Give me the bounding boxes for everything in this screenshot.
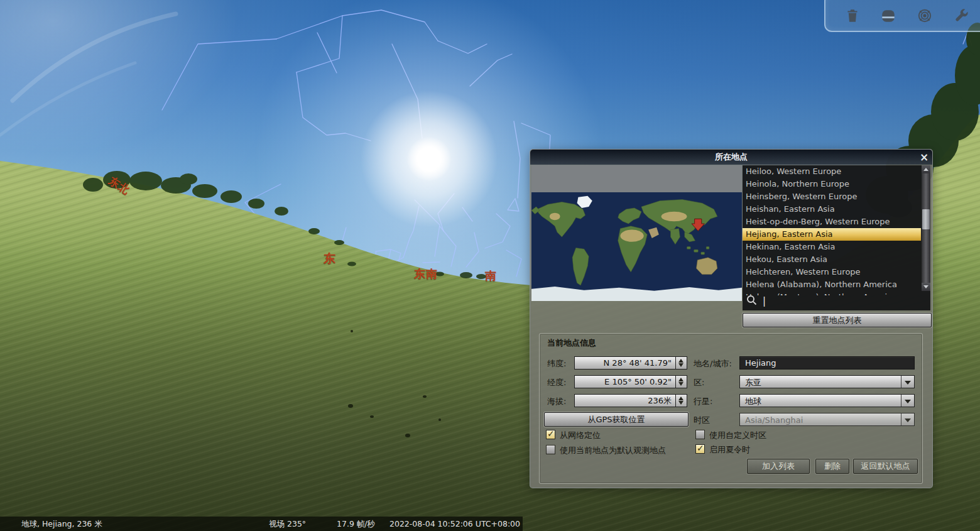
checkbox-checked-icon[interactable] xyxy=(546,430,555,439)
reset-list-button[interactable]: 重置地点列表 xyxy=(743,313,932,327)
text-caret: | xyxy=(763,295,766,307)
ground-icon[interactable] xyxy=(880,8,896,24)
location-list-panel: Heiloo, Western Europe Heinola, Northern… xyxy=(743,165,930,310)
timezone-label: 时区 xyxy=(694,415,710,426)
planet-label: 行星: xyxy=(694,396,712,407)
planet-dropdown[interactable]: 地球 xyxy=(739,394,915,407)
checkbox-label: 使用自定义时区 xyxy=(709,430,766,441)
altitude-label: 海拔: xyxy=(547,396,566,407)
status-datetime: 2022-08-04 10:52:06 UTC+08:00 xyxy=(389,519,520,528)
add-to-list-button[interactable]: 加入列表 xyxy=(747,459,810,474)
close-icon[interactable]: × xyxy=(918,151,930,163)
location-search-input[interactable]: | xyxy=(746,295,920,310)
chevron-down-icon xyxy=(901,376,914,388)
chevron-down-icon xyxy=(901,413,914,425)
list-item[interactable]: Helchteren, Western Europe xyxy=(743,266,921,278)
list-item[interactable]: Heinola, Northern Europe xyxy=(743,178,921,190)
timezone-value: Asia/Shanghai xyxy=(745,414,803,426)
checkbox-label: 使用当前地点为默认观测地点 xyxy=(560,445,666,456)
list-item[interactable]: Heinsberg, Western Europe xyxy=(743,190,921,203)
chevron-down-icon xyxy=(901,395,914,407)
location-dialog: 所在地点 × Heiloo, Western Europe xyxy=(530,149,933,488)
map-top-strip xyxy=(531,165,742,192)
scroll-down-icon[interactable] xyxy=(922,283,930,291)
list-item[interactable]: Heishan, Eastern Asia xyxy=(743,203,921,216)
status-fps: 17.9 帧/秒 xyxy=(337,519,375,530)
dialog-titlebar[interactable]: 所在地点 × xyxy=(530,150,932,165)
wrench-icon[interactable] xyxy=(953,8,969,24)
location-list: Heiloo, Western Europe Heinola, Northern… xyxy=(743,165,921,295)
longitude-spin-arrows-icon[interactable] xyxy=(676,375,687,388)
list-item[interactable]: Heist-op-den-Berg, Western Europe xyxy=(743,216,921,228)
latitude-label: 纬度: xyxy=(547,358,566,370)
longitude-value[interactable]: E 105° 50' 0.92" xyxy=(574,375,676,388)
latitude-value[interactable]: N 28° 48' 41.79" xyxy=(574,356,676,370)
longitude-label: 经度: xyxy=(547,377,566,388)
trash-icon[interactable] xyxy=(844,8,861,24)
target-icon[interactable] xyxy=(917,8,933,24)
timezone-dropdown[interactable]: Asia/Shanghai xyxy=(739,413,915,426)
list-item[interactable]: Hekinan, Eastern Asia xyxy=(743,241,921,253)
status-bar: 地球, Hejiang, 236 米 视场 235° 17.9 帧/秒 2022… xyxy=(0,517,523,531)
cardinal-marker-southeast: 东南 xyxy=(414,266,438,282)
list-item-selected[interactable]: Hejiang, Eastern Asia xyxy=(743,228,921,241)
planet-value: 地球 xyxy=(745,395,761,407)
gps-button[interactable]: 从GPS获取位置 xyxy=(544,412,689,427)
latitude-spin-arrows-icon[interactable] xyxy=(676,356,687,370)
cardinal-marker-east: 东 xyxy=(324,251,336,267)
checkbox-label: 启用夏令时 xyxy=(709,444,750,456)
checkbox-unchecked-icon[interactable] xyxy=(695,430,705,439)
groupbox-header: 当前地点信息 xyxy=(547,337,596,349)
status-fov: 视场 235° xyxy=(269,519,306,530)
status-location: 地球, Hejiang, 236 米 xyxy=(21,519,102,530)
list-item[interactable]: Heiloo, Western Europe xyxy=(743,165,921,178)
region-value: 东亚 xyxy=(745,376,761,388)
list-item[interactable]: Hekou, Eastern Asia xyxy=(743,253,921,266)
city-input[interactable]: Hejiang xyxy=(739,356,915,370)
checkbox-unchecked-icon[interactable] xyxy=(546,445,555,454)
altitude-value[interactable]: 236米 xyxy=(574,394,676,407)
dialog-title: 所在地点 xyxy=(530,151,932,163)
region-label: 区: xyxy=(694,377,704,388)
return-default-location-button[interactable]: 返回默认地点 xyxy=(853,459,918,474)
altitude-spin-arrows-icon[interactable] xyxy=(676,394,687,407)
scroll-up-icon[interactable] xyxy=(922,165,930,173)
list-scrollbar[interactable] xyxy=(922,165,930,291)
checkbox-checked-icon[interactable] xyxy=(695,444,705,454)
delete-button[interactable]: 删除 xyxy=(815,459,849,474)
checkbox-label: 从网络定位 xyxy=(560,430,601,441)
region-dropdown[interactable]: 东亚 xyxy=(739,375,915,388)
scrollbar-thumb[interactable] xyxy=(922,209,930,229)
list-item[interactable]: Helena (Alabama), Northern America xyxy=(743,278,921,291)
city-label: 地名/城市: xyxy=(694,358,732,370)
world-map[interactable] xyxy=(531,192,742,301)
cardinal-marker-south: 南 xyxy=(485,268,497,283)
search-icon xyxy=(746,295,758,306)
